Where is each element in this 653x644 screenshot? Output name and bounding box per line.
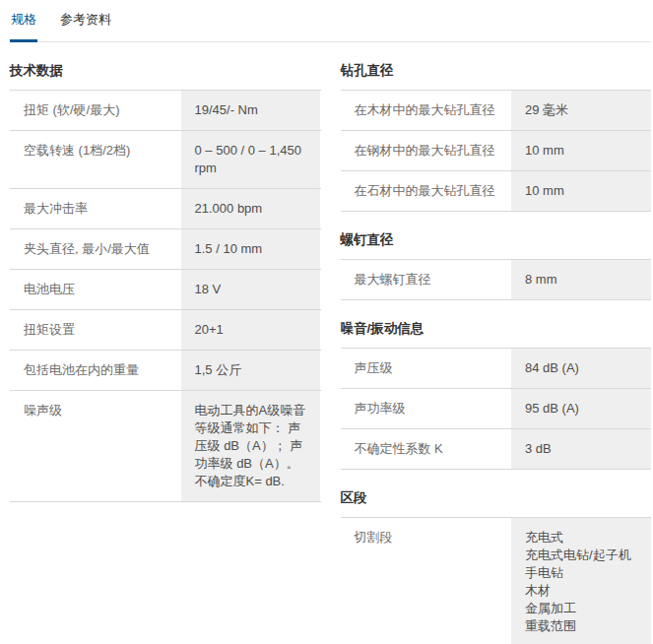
table-row: 声压级 84 dB (A) xyxy=(341,348,652,388)
spec-label: 最大螺钉直径 xyxy=(341,260,512,299)
table-row: 扭矩设置 20+1 xyxy=(10,309,321,350)
table-row: 不确定性系数 K 3 dB xyxy=(341,428,652,469)
spec-value: 20+1 xyxy=(181,310,321,350)
table-row: 在石材中的最大钻孔直径 10 mm xyxy=(341,170,652,211)
section-title: 噪音/振动信息 xyxy=(341,320,652,338)
tab-reference-materials[interactable]: 参考资料 xyxy=(59,0,112,42)
spec-section: 技术数据 扭矩 (软/硬/最大) 19/45/- Nm 空载转速 (1档/2档)… xyxy=(10,62,321,502)
spec-value: 18 V xyxy=(181,270,321,309)
spec-value: 21.000 bpm xyxy=(181,189,321,228)
spec-label: 噪声级 xyxy=(10,391,181,501)
spec-label: 声压级 xyxy=(341,349,512,388)
spec-value: 19/45/- Nm xyxy=(181,91,321,130)
section-title: 钻孔直径 xyxy=(341,62,652,80)
spec-label: 电池电压 xyxy=(10,270,181,309)
table-row: 最大冲击率 21.000 bpm xyxy=(10,188,321,228)
spec-label: 夹头直径, 最小/最大值 xyxy=(10,229,181,269)
spec-label: 不确定性系数 K xyxy=(341,429,512,469)
spec-value: 84 dB (A) xyxy=(511,349,651,388)
spec-value: 电动工具的A级噪音等级通常如下： 声压级 dB（A）； 声功率级 dB（A）。不… xyxy=(181,391,321,501)
spec-value: 29 毫米 xyxy=(511,91,651,130)
spec-section: 区段 切割段 充电式 充电式电钻/起子机 手电钻 木材 金属加工 重载范围 邮件… xyxy=(341,489,652,644)
spec-label: 在石材中的最大钻孔直径 xyxy=(341,171,512,211)
spec-value: 10 mm xyxy=(511,131,651,170)
spec-section: 钻孔直径 在木材中的最大钻孔直径 29 毫米 在钢材中的最大钻孔直径 10 mm… xyxy=(341,62,652,212)
spec-section: 噪音/振动信息 声压级 84 dB (A) 声功率级 95 dB (A) 不确定… xyxy=(341,320,652,470)
spec-value: 充电式 充电式电钻/起子机 手电钻 木材 金属加工 重载范围 xyxy=(511,518,651,644)
spec-value: 8 mm xyxy=(511,260,651,299)
section-title: 技术数据 xyxy=(10,62,321,80)
spec-value: 10 mm xyxy=(511,171,651,211)
spec-label: 空载转速 (1档/2档) xyxy=(10,131,181,188)
spec-value: 3 dB xyxy=(511,429,651,469)
table-row: 包括电池在内的重量 1,5 公斤 xyxy=(10,350,321,390)
right-column: 钻孔直径 在木材中的最大钻孔直径 29 毫米 在钢材中的最大钻孔直径 10 mm… xyxy=(341,42,652,644)
table-row: 电池电压 18 V xyxy=(10,269,321,309)
table-row: 噪声级 电动工具的A级噪音等级通常如下： 声压级 dB（A）； 声功率级 dB（… xyxy=(10,390,321,501)
spec-value: 1.5 / 10 mm xyxy=(181,229,321,269)
left-column: 技术数据 扭矩 (软/硬/最大) 19/45/- Nm 空载转速 (1档/2档)… xyxy=(10,42,321,644)
table-row: 空载转速 (1档/2档) 0 – 500 / 0 – 1,450 rpm xyxy=(10,130,321,188)
spec-columns: 技术数据 扭矩 (软/硬/最大) 19/45/- Nm 空载转速 (1档/2档)… xyxy=(10,42,651,644)
spec-value: 1,5 公斤 xyxy=(181,351,321,390)
spec-value: 95 dB (A) xyxy=(511,389,651,428)
spec-page: 规格 参考资料 技术数据 扭矩 (软/硬/最大) 19/45/- Nm 空载转速… xyxy=(0,0,653,644)
spec-label: 切割段 xyxy=(341,518,512,644)
table-row: 扭矩 (软/硬/最大) 19/45/- Nm xyxy=(10,90,321,130)
table-row: 夹头直径, 最小/最大值 1.5 / 10 mm xyxy=(10,228,321,269)
tab-bar: 规格 参考资料 xyxy=(10,0,651,42)
spec-label: 扭矩设置 xyxy=(10,310,181,350)
table-row: 切割段 充电式 充电式电钻/起子机 手电钻 木材 金属加工 重载范围 xyxy=(341,517,652,644)
spec-label: 在木材中的最大钻孔直径 xyxy=(341,91,512,130)
spec-label: 声功率级 xyxy=(341,389,512,428)
spec-section: 螺钉直径 最大螺钉直径 8 mm xyxy=(341,231,652,300)
spec-label: 包括电池在内的重量 xyxy=(10,351,181,390)
spec-rows: 声压级 84 dB (A) 声功率级 95 dB (A) 不确定性系数 K 3 … xyxy=(341,348,652,470)
spec-value: 0 – 500 / 0 – 1,450 rpm xyxy=(181,131,321,188)
table-row: 在木材中的最大钻孔直径 29 毫米 xyxy=(341,90,652,130)
spec-label: 在钢材中的最大钻孔直径 xyxy=(341,131,512,170)
spec-rows: 在木材中的最大钻孔直径 29 毫米 在钢材中的最大钻孔直径 10 mm 在石材中… xyxy=(341,90,652,212)
section-title: 螺钉直径 xyxy=(341,231,652,249)
spec-rows: 最大螺钉直径 8 mm xyxy=(341,259,652,300)
spec-label: 扭矩 (软/硬/最大) xyxy=(10,91,181,130)
spec-label: 最大冲击率 xyxy=(10,189,181,228)
tab-specifications[interactable]: 规格 xyxy=(10,0,37,42)
section-title: 区段 xyxy=(341,489,652,507)
table-row: 声功率级 95 dB (A) xyxy=(341,388,652,428)
table-row: 在钢材中的最大钻孔直径 10 mm xyxy=(341,130,652,170)
table-row: 最大螺钉直径 8 mm xyxy=(341,259,652,299)
spec-rows: 扭矩 (软/硬/最大) 19/45/- Nm 空载转速 (1档/2档) 0 – … xyxy=(10,90,321,502)
spec-rows: 切割段 充电式 充电式电钻/起子机 手电钻 木材 金属加工 重载范围 邮件部分 … xyxy=(341,517,652,644)
